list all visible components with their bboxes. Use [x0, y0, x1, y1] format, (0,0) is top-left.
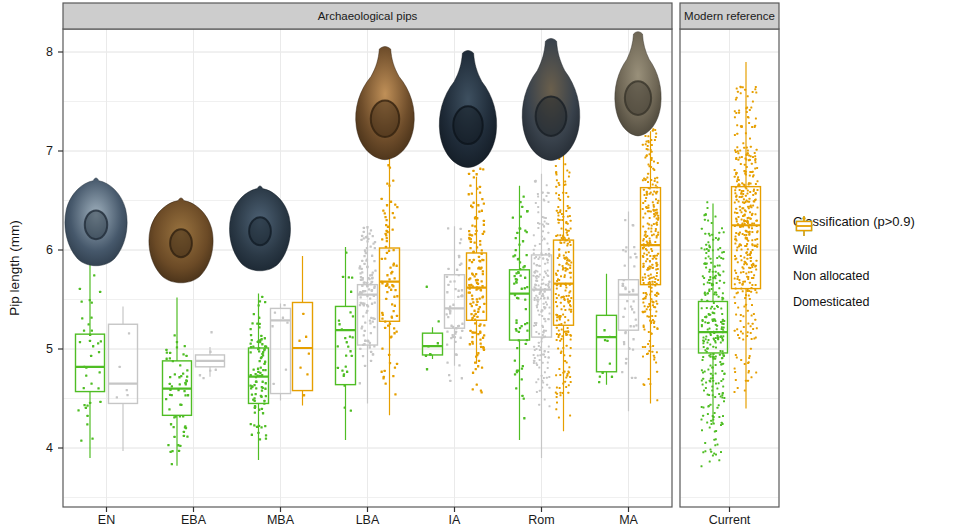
point — [565, 386, 567, 388]
point — [349, 311, 351, 313]
point — [381, 258, 383, 260]
point — [468, 230, 470, 232]
point — [755, 192, 757, 194]
point — [745, 230, 747, 232]
point — [609, 362, 611, 364]
legend-item-non-allocated: Non allocated — [793, 263, 915, 289]
point — [446, 331, 448, 333]
point — [720, 257, 722, 259]
point — [77, 409, 79, 411]
point — [535, 324, 537, 326]
point — [558, 279, 560, 281]
point — [570, 272, 572, 274]
point — [566, 257, 568, 259]
point — [478, 211, 480, 213]
point — [261, 390, 263, 392]
point — [723, 355, 725, 357]
point — [539, 256, 541, 258]
point — [740, 92, 742, 94]
point — [446, 343, 448, 345]
point — [715, 346, 717, 348]
point — [545, 284, 547, 286]
point — [542, 230, 544, 232]
y-tick-label: 6 — [46, 243, 53, 257]
point — [647, 242, 649, 244]
point — [263, 400, 265, 402]
point — [370, 351, 372, 353]
point — [651, 315, 653, 317]
point — [265, 395, 267, 397]
point — [742, 86, 744, 88]
point — [749, 298, 751, 300]
point — [569, 415, 571, 417]
point — [655, 223, 657, 225]
point — [364, 249, 366, 251]
point — [535, 181, 537, 183]
point — [557, 212, 559, 214]
point — [630, 325, 632, 327]
point — [386, 274, 388, 276]
point — [359, 304, 361, 306]
point — [709, 460, 711, 462]
point — [720, 424, 722, 426]
point — [743, 198, 745, 200]
point — [476, 301, 478, 303]
point — [282, 317, 284, 319]
point — [393, 216, 395, 218]
point — [261, 296, 263, 298]
point — [742, 271, 744, 273]
point — [476, 383, 478, 385]
point — [523, 417, 525, 419]
point — [611, 376, 613, 378]
point — [345, 365, 347, 367]
point — [521, 288, 523, 290]
point — [386, 291, 388, 293]
point — [714, 358, 716, 360]
point — [116, 396, 118, 398]
point — [735, 151, 737, 153]
point — [374, 247, 376, 249]
point — [633, 246, 635, 248]
point — [751, 239, 753, 241]
point — [568, 230, 570, 232]
point — [656, 295, 658, 297]
point — [254, 407, 256, 409]
point — [542, 326, 544, 328]
point — [544, 271, 546, 273]
point — [736, 221, 738, 223]
point — [649, 260, 651, 262]
point — [259, 360, 261, 362]
point — [754, 168, 756, 170]
point — [646, 315, 648, 317]
point — [545, 330, 547, 332]
x-tick-label: MA — [619, 513, 638, 527]
point — [717, 272, 719, 274]
point — [369, 322, 371, 324]
point — [657, 328, 659, 330]
point — [566, 263, 568, 265]
point — [565, 287, 567, 289]
point — [742, 339, 744, 341]
point — [625, 331, 627, 333]
point — [548, 283, 550, 285]
point — [526, 210, 528, 212]
point — [262, 412, 264, 414]
point — [707, 394, 709, 396]
point — [382, 314, 384, 316]
point — [702, 415, 704, 417]
point — [548, 287, 550, 289]
point — [306, 373, 308, 375]
point — [750, 257, 752, 259]
point — [655, 310, 657, 312]
point — [654, 139, 656, 141]
point — [393, 263, 395, 265]
point — [264, 388, 266, 390]
point — [536, 264, 538, 266]
point — [742, 315, 744, 317]
point — [388, 286, 390, 288]
point — [265, 437, 267, 439]
point — [705, 316, 707, 318]
point — [714, 412, 716, 414]
point — [547, 223, 549, 225]
point — [170, 451, 172, 453]
